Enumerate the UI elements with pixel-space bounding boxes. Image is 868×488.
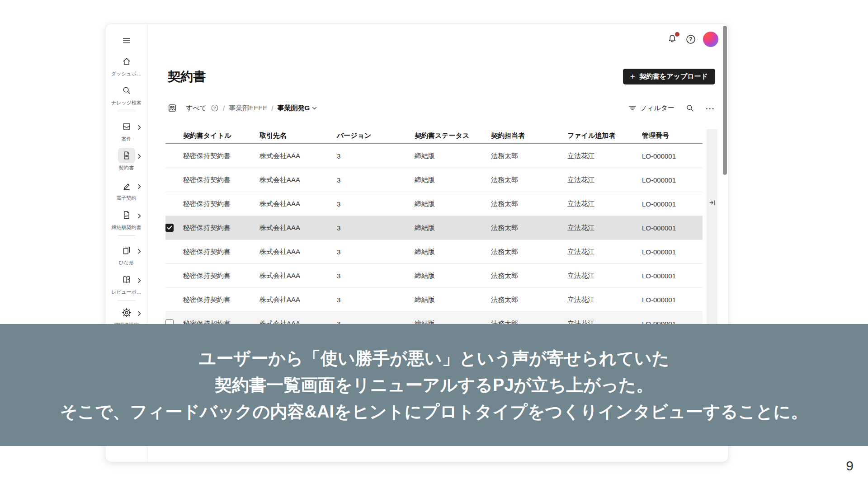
upload-contract-button[interactable]: + 契約書をアップロード — [623, 69, 715, 84]
cell-version: 3 — [337, 200, 415, 208]
table-row[interactable]: 秘密保持契約書 株式会社AAA 3 締結版 法務太郎 立法花江 LO-00000… — [165, 144, 703, 168]
expand-panel-button[interactable] — [709, 199, 716, 208]
breadcrumb-current[interactable]: 事業開発G — [277, 104, 317, 113]
table-row[interactable]: 秘密保持契約書 株式会社AAA 3 締結版 法務太郎 立法花江 LO-00000… — [165, 240, 703, 264]
column-header[interactable]: バージョン — [337, 131, 415, 140]
caption-line: 契約書一覧画面をリニューアルするPJが立ち上がった。 — [215, 372, 653, 399]
sidebar-item-label: 締結版契約書 — [112, 224, 142, 231]
column-header[interactable]: 契約書ステータス — [415, 131, 491, 140]
chevron-right-icon — [137, 213, 141, 219]
column-header[interactable]: ファイル追加者 — [567, 131, 642, 140]
table-row[interactable]: 秘密保持契約書 株式会社AAA 3 締結版 法務太郎 立法花江 LO-00000… — [165, 264, 703, 288]
caption-line: ユーザーから「使い勝手が悪い」という声が寄せられていた — [198, 345, 669, 372]
cell-admin-number: LO-000001 — [642, 272, 703, 280]
help-button[interactable]: ? — [685, 34, 696, 45]
cell-version: 3 — [337, 272, 415, 280]
cell-admin-number: LO-000001 — [642, 296, 703, 304]
help-icon: ? — [685, 34, 696, 45]
cell-manager: 法務太郎 — [491, 248, 567, 256]
sidebar-item-templates[interactable]: ひな形 — [105, 243, 147, 266]
help-circle-icon[interactable]: ? — [211, 104, 219, 112]
column-header[interactable]: 契約書タイトル — [183, 131, 259, 140]
sidebar-item-label: レビューポ… — [111, 289, 142, 296]
breadcrumb-separator: / — [271, 104, 273, 112]
sidebar-item-matters[interactable]: 案件 — [105, 119, 147, 142]
sidebar-item-review-playbook[interactable]: レビューポ… — [105, 272, 147, 296]
caption-line: そこで、フィードバックの内容&AIをヒントにプロトタイプをつくりインタビューする… — [60, 399, 808, 425]
sidebar-item-label: ダッシュボ… — [111, 70, 142, 77]
vertical-scrollbar[interactable] — [723, 26, 727, 175]
organization-icon[interactable] — [168, 103, 177, 113]
filter-bar: すべて ? / 事業部EEEE / 事業開発G フィルター ⋯ — [168, 101, 715, 115]
cell-version: 3 — [337, 296, 415, 304]
breadcrumb-parent[interactable]: 事業部EEEE — [229, 104, 267, 113]
cell-status: 締結版 — [415, 296, 491, 304]
breadcrumb: すべて ? / 事業部EEEE / 事業開発G — [168, 103, 317, 113]
scope-all[interactable]: すべて — [186, 104, 207, 113]
chevron-right-icon — [137, 278, 141, 283]
document-icon — [122, 150, 132, 160]
cell-status: 締結版 — [415, 224, 491, 232]
table-row[interactable]: 秘密保持契約書 株式会社AAA 3 締結版 法務太郎 立法花江 LO-00000… — [165, 168, 703, 192]
sidebar-item-label: 契約書 — [119, 164, 134, 171]
filter-label: フィルター — [640, 104, 675, 113]
filter-icon — [628, 104, 637, 112]
menu-button[interactable] — [105, 33, 147, 48]
cell-admin-number: LO-000001 — [642, 248, 703, 256]
column-header[interactable]: 管理番号 — [642, 131, 703, 140]
arrow-to-bar-icon — [709, 199, 716, 206]
collapsed-side-panel — [707, 129, 717, 336]
chevron-right-icon — [137, 184, 141, 189]
sidebar-item-knowledge-search[interactable]: ナレッジ検索 — [105, 83, 147, 106]
cell-contract-title: 秘密保持契約書 — [183, 296, 259, 304]
sidebar-divider — [118, 300, 136, 300]
table-row[interactable]: 秘密保持契約書 株式会社AAA 3 締結版 法務太郎 立法花江 LO-00000… — [165, 192, 703, 216]
copy-icon — [122, 245, 132, 255]
notifications-button[interactable] — [667, 33, 679, 45]
table-row[interactable]: 秘密保持契約書 株式会社AAA 3 締結版 法務太郎 立法花江 LO-00000… — [165, 288, 703, 312]
cell-version: 3 — [337, 224, 415, 232]
sidebar-item-contracts[interactable]: 契約書 — [105, 148, 147, 171]
cell-version: 3 — [337, 152, 415, 160]
search-icon[interactable] — [685, 103, 694, 113]
slide-page-number: 9 — [846, 458, 854, 474]
chevron-right-icon — [137, 311, 141, 316]
cell-partner-name: 株式会社AAA — [259, 224, 337, 232]
filter-button[interactable]: フィルター — [628, 104, 675, 113]
cell-file-uploader: 立法花江 — [567, 296, 642, 304]
upload-button-label: 契約書をアップロード — [639, 72, 708, 81]
cell-partner-name: 株式会社AAA — [259, 176, 337, 184]
cell-manager: 法務太郎 — [491, 176, 567, 184]
cell-status: 締結版 — [415, 200, 491, 208]
sidebar-item-dashboard[interactable]: ダッシュボ… — [105, 54, 147, 77]
caption-band: ユーザーから「使い勝手が悪い」という声が寄せられていた 契約書一覧画面をリニュー… — [0, 324, 868, 446]
book-icon — [122, 275, 132, 285]
sidebar-item-executed-contracts[interactable]: 締結版契約書 — [105, 207, 147, 231]
cell-file-uploader: 立法花江 — [567, 224, 642, 232]
sidebar-item-label: 案件 — [122, 136, 132, 142]
cell-version: 3 — [337, 176, 415, 184]
svg-text:?: ? — [213, 106, 216, 110]
chevron-right-icon — [137, 249, 141, 254]
cell-partner-name: 株式会社AAA — [259, 296, 337, 304]
cell-contract-title: 秘密保持契約書 — [183, 224, 259, 232]
cell-admin-number: LO-000001 — [642, 152, 703, 160]
cell-contract-title: 秘密保持契約書 — [183, 248, 259, 256]
sidebar-item-e-contracts[interactable]: 電子契約 — [105, 178, 147, 202]
sidebar-divider — [118, 111, 136, 111]
row-checkbox[interactable] — [165, 224, 174, 232]
cell-file-uploader: 立法花江 — [567, 200, 642, 208]
sidebar-item-label: ひな形 — [119, 259, 134, 266]
more-menu-button[interactable]: ⋯ — [705, 103, 715, 113]
table-row[interactable]: 秘密保持契約書 株式会社AAA 3 締結版 法務太郎 立法花江 LO-00000… — [165, 216, 703, 240]
svg-text:?: ? — [689, 36, 692, 42]
column-header[interactable]: 取引先名 — [259, 131, 337, 140]
cell-partner-name: 株式会社AAA — [259, 200, 337, 208]
table-header: 契約書タイトル 取引先名 バージョン 契約書ステータス 契約担当者 ファイル追加… — [165, 128, 703, 144]
avatar[interactable] — [703, 32, 718, 47]
cell-manager: 法務太郎 — [491, 272, 567, 280]
column-header[interactable]: 契約担当者 — [491, 131, 567, 140]
cell-file-uploader: 立法花江 — [567, 152, 642, 160]
topbar: ? — [667, 32, 718, 47]
home-icon — [122, 56, 132, 66]
